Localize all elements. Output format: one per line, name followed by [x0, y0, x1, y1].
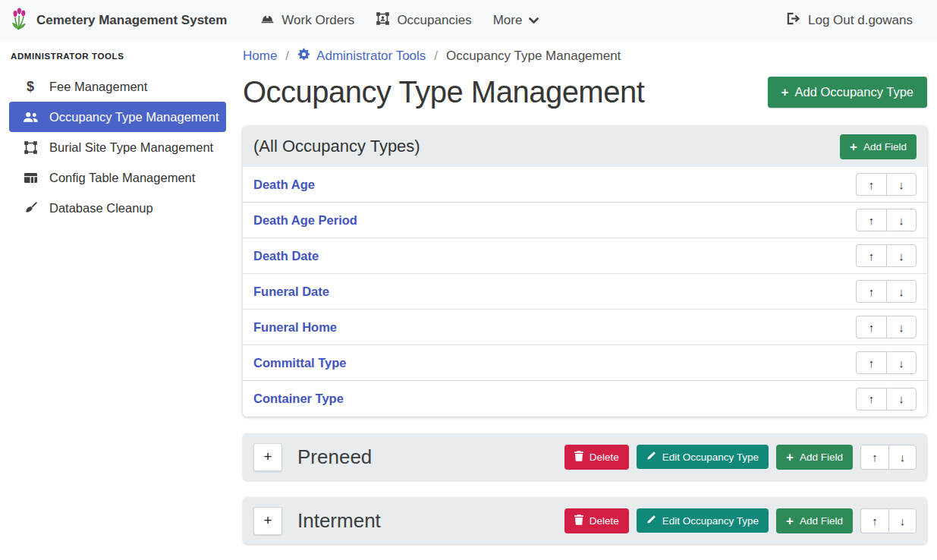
users-icon [21, 112, 39, 123]
field-row: Death Age Period ↑ ↓ [243, 203, 927, 238]
field-link[interactable]: Funeral Home [253, 320, 337, 335]
delete-button[interactable]: Delete [564, 445, 629, 470]
move-up-button[interactable]: ↑ [856, 316, 886, 338]
sidebar-item-database-cleanup[interactable]: Database Cleanup [9, 193, 226, 223]
arrow-down-icon: ↓ [898, 178, 904, 191]
field-row: Funeral Home ↑ ↓ [243, 310, 927, 345]
field-link[interactable]: Death Age [253, 178, 315, 192]
move-up-button[interactable]: ↑ [856, 209, 886, 231]
arrow-down-icon: ↓ [898, 357, 904, 370]
section-title: Interment [297, 509, 381, 533]
sidebar-item-label: Database Cleanup [49, 201, 153, 216]
reorder-controls: ↑ ↓ [856, 388, 917, 411]
move-down-button[interactable]: ↓ [888, 508, 917, 533]
add-field-button[interactable]: + Add Field [840, 134, 917, 159]
arrow-up-icon: ↑ [872, 451, 878, 464]
move-down-button[interactable]: ↓ [886, 209, 917, 231]
breadcrumb-separator: / [434, 49, 438, 64]
reorder-controls: ↑ ↓ [856, 244, 917, 267]
field-link[interactable]: Container Type [253, 392, 344, 406]
add-occupancy-type-button[interactable]: + Add Occupancy Type [768, 77, 927, 108]
field-link[interactable]: Committal Type [253, 356, 347, 370]
move-down-button[interactable]: ↓ [886, 173, 917, 196]
move-up-button[interactable]: ↑ [856, 388, 886, 411]
move-up-button[interactable]: ↑ [856, 244, 886, 267]
sidebar-item-occupancy-type-management[interactable]: Occupancy Type Management [9, 102, 226, 132]
section-add-field-button[interactable]: + Add Field [776, 445, 853, 470]
move-down-button[interactable]: ↓ [886, 280, 917, 303]
move-down-button[interactable]: ↓ [886, 388, 917, 411]
move-up-button[interactable]: ↑ [860, 445, 888, 470]
sidebar-item-config-table-management[interactable]: Config Table Management [9, 162, 226, 193]
arrow-down-icon: ↓ [898, 392, 904, 405]
move-up-button[interactable]: ↑ [856, 351, 886, 374]
nav-work-orders-label: Work Orders [281, 13, 354, 28]
move-up-button[interactable]: ↑ [856, 280, 886, 303]
field-row: Committal Type ↑ ↓ [243, 345, 927, 381]
edit-button-label: Edit Occupancy Type [662, 515, 759, 527]
nav-occupancies-label: Occupancies [397, 13, 471, 28]
sign-out-icon [787, 12, 801, 29]
reorder-controls: ↑ ↓ [860, 445, 917, 470]
breadcrumb-admin-tools-link[interactable]: Administrator Tools [297, 48, 426, 64]
logout-link[interactable]: Log Out d.gowans [776, 6, 923, 35]
edit-occupancy-type-button[interactable]: Edit Occupancy Type [637, 445, 769, 469]
field-row: Death Date ↑ ↓ [243, 238, 927, 274]
add-field-label: Add Field [863, 141, 907, 153]
section-add-field-button[interactable]: + Add Field [776, 508, 853, 533]
field-row: Container Type ↑ ↓ [243, 381, 927, 417]
gear-icon [297, 48, 310, 64]
arrow-up-icon: ↑ [869, 285, 875, 298]
expand-section-button[interactable]: + [253, 443, 282, 471]
arrow-down-icon: ↓ [898, 250, 904, 263]
section-add-field-label: Add Field [800, 515, 843, 527]
section-title: Preneed [297, 445, 372, 469]
reorder-controls: ↑ ↓ [856, 209, 917, 231]
expand-section-button[interactable]: + [253, 507, 282, 535]
arrow-up-icon: ↑ [869, 321, 875, 334]
page-title: Occupancy Type Management [243, 75, 644, 109]
field-link[interactable]: Death Age Period [253, 213, 357, 228]
admin-tools-sidebar: ADMINISTRATOR TOOLS $ Fee Management Occ… [0, 41, 235, 560]
all-occupancy-types-card: (All Occupancy Types) + Add Field Death … [243, 126, 927, 417]
field-row: Death Age ↑ ↓ [243, 167, 927, 203]
sidebar-item-label: Config Table Management [49, 171, 195, 185]
move-up-button[interactable]: ↑ [856, 173, 886, 196]
edit-occupancy-type-button[interactable]: Edit Occupancy Type [637, 508, 769, 533]
reorder-controls: ↑ ↓ [856, 351, 917, 374]
breadcrumb-home-link[interactable]: Home [243, 49, 277, 64]
nav-occupancies[interactable]: Occupancies [365, 5, 482, 36]
app-brand[interactable]: Cemetery Management System [9, 8, 227, 33]
arrow-down-icon: ↓ [898, 285, 904, 298]
move-down-button[interactable]: ↓ [886, 316, 917, 338]
move-down-button[interactable]: ↓ [888, 445, 917, 470]
reorder-controls: ↑ ↓ [860, 508, 917, 533]
delete-button[interactable]: Delete [564, 508, 629, 533]
move-down-button[interactable]: ↓ [886, 244, 917, 267]
all-types-card-title: (All Occupancy Types) [253, 137, 420, 156]
app-title: Cemetery Management System [36, 13, 227, 28]
move-down-button[interactable]: ↓ [886, 351, 917, 374]
occupancy-type-section: + Interment Delete Edit Occupancy T [243, 497, 927, 544]
field-link[interactable]: Funeral Date [253, 285, 329, 299]
sidebar-item-burial-site-type-management[interactable]: Burial Site Type Management [9, 132, 226, 162]
edit-button-label: Edit Occupancy Type [662, 451, 759, 463]
arrow-up-icon: ↑ [869, 357, 875, 370]
pencil-icon [646, 451, 656, 463]
move-up-button[interactable]: ↑ [860, 508, 888, 533]
arrow-down-icon: ↓ [898, 214, 904, 227]
sidebar-item-fee-management[interactable]: $ Fee Management [9, 71, 226, 102]
plus-icon: + [786, 514, 794, 527]
reorder-controls: ↑ ↓ [856, 280, 917, 303]
dollar-icon: $ [21, 79, 39, 95]
nav-work-orders[interactable]: Work Orders [250, 5, 365, 36]
nav-more[interactable]: More [483, 7, 550, 34]
field-link[interactable]: Death Date [253, 249, 319, 263]
add-occupancy-type-label: Add Occupancy Type [794, 85, 913, 99]
field-rows: Death Age ↑ ↓ Death Age Period ↑ ↓ Death… [243, 167, 927, 417]
main-content: Home / Administrator Tools / Occupancy T… [243, 41, 927, 544]
arrow-up-icon: ↑ [869, 178, 875, 191]
arrow-up-icon: ↑ [869, 392, 875, 405]
occupancy-type-section: + Preneed Delete Edit Occupancy Typ [243, 433, 927, 480]
section-add-field-label: Add Field [800, 451, 843, 463]
